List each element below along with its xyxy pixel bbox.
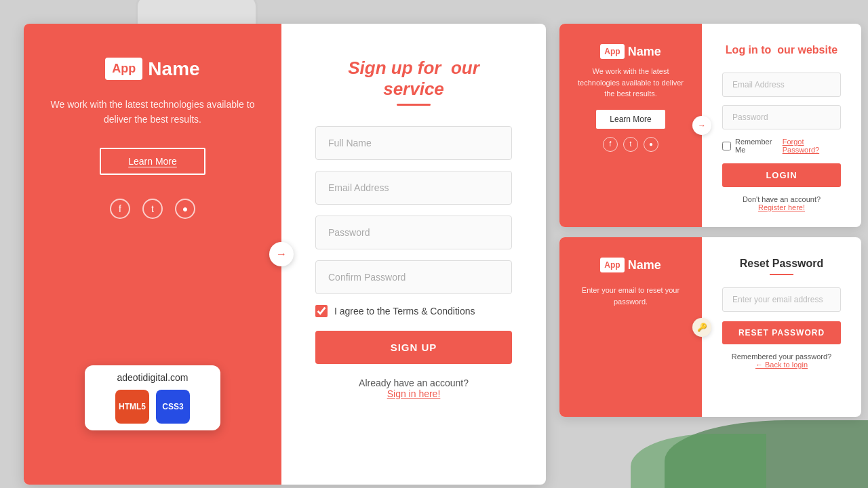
reset-email-field bbox=[722, 287, 841, 312]
website-badge: adeotidigital.com HTML5 CSS3 bbox=[85, 365, 220, 430]
app-logo-box: App bbox=[105, 58, 142, 80]
app-logo-name: Name bbox=[148, 58, 199, 80]
back-to-login-link[interactable]: ← Back to login bbox=[755, 361, 808, 369]
signup-form-area: Sign up for our service I agree to the T… bbox=[281, 24, 546, 485]
remember-label: Remember Me bbox=[735, 138, 783, 154]
twitter-icon[interactable]: t bbox=[142, 199, 163, 219]
reset-card-logo-name: Name bbox=[628, 258, 661, 272]
login-card: App Name We work with the latest technol… bbox=[559, 24, 861, 227]
fullname-field bbox=[315, 126, 512, 160]
register-link[interactable]: Register here! bbox=[758, 203, 805, 211]
reset-password-card: App Name Enter your email to reset your … bbox=[559, 237, 861, 417]
login-card-red-side: App Name We work with the latest technol… bbox=[559, 24, 702, 227]
terms-checkbox[interactable] bbox=[315, 305, 328, 317]
login-twitter-icon[interactable]: t bbox=[623, 137, 638, 152]
signup-panel: App Name We work with the latest technol… bbox=[24, 24, 546, 485]
login-button[interactable]: LOGIN bbox=[722, 163, 841, 187]
reset-title-line bbox=[770, 274, 793, 275]
title-underline bbox=[397, 104, 431, 106]
no-account-text: Don't have an account? Register here! bbox=[722, 195, 841, 211]
login-card-logo-box: App bbox=[600, 44, 624, 59]
login-card-logo-name: Name bbox=[628, 45, 661, 59]
password-input[interactable] bbox=[315, 216, 512, 249]
login-instagram-icon[interactable]: ● bbox=[644, 137, 658, 152]
reset-card-tagline: Enter your email to reset your password. bbox=[573, 285, 688, 307]
reset-form-title: Reset Password bbox=[722, 258, 841, 270]
signup-form-title: Sign up for our service bbox=[315, 58, 512, 100]
reset-password-button[interactable]: RESET PASSWORD bbox=[722, 321, 841, 344]
confirm-password-field bbox=[315, 260, 512, 294]
reset-card-logo-box: App bbox=[600, 258, 624, 272]
signin-prompt: Already have an account? Sign in here! bbox=[359, 378, 469, 399]
fullname-input[interactable] bbox=[315, 126, 512, 160]
tech-icons: HTML5 CSS3 bbox=[98, 390, 207, 424]
login-password-field bbox=[722, 105, 841, 129]
app-logo: App Name bbox=[105, 58, 199, 80]
website-url: adeotidigital.com bbox=[98, 372, 207, 383]
login-card-learn-more[interactable]: Learn More bbox=[596, 110, 665, 129]
learn-more-button[interactable]: Learn More bbox=[100, 148, 205, 175]
css3-icon: CSS3 bbox=[156, 390, 190, 424]
login-form-side: Log in to our website Remember Me Forgot… bbox=[702, 24, 861, 227]
social-icons: f t ● bbox=[110, 199, 195, 219]
main-container: App Name We work with the latest technol… bbox=[24, 24, 861, 471]
reset-card-logo: App Name bbox=[600, 258, 660, 272]
instagram-icon[interactable]: ● bbox=[175, 199, 195, 219]
reset-email-input[interactable] bbox=[722, 287, 841, 312]
login-email-input[interactable] bbox=[722, 73, 841, 97]
sidebar-arrow-button[interactable]: → bbox=[269, 242, 294, 266]
login-card-social: f t ● bbox=[603, 137, 658, 152]
login-facebook-icon[interactable]: f bbox=[603, 137, 618, 152]
login-card-logo: App Name bbox=[600, 44, 660, 59]
right-column: App Name We work with the latest technol… bbox=[559, 24, 861, 471]
reset-card-red-side: App Name Enter your email to reset your … bbox=[559, 237, 702, 417]
remember-row: Remember Me Forgot Password? bbox=[722, 138, 841, 154]
email-field bbox=[315, 171, 512, 205]
password-field bbox=[315, 216, 512, 249]
back-to-login-text: Remembered your password? ← Back to logi… bbox=[722, 352, 841, 369]
login-card-tagline: We work with the latest technologies ava… bbox=[573, 66, 688, 100]
login-form-title: Log in to our website bbox=[722, 44, 841, 56]
remember-checkbox[interactable] bbox=[722, 142, 731, 150]
login-password-input[interactable] bbox=[722, 105, 841, 129]
signin-link[interactable]: Sign in here! bbox=[387, 388, 441, 399]
login-card-arrow[interactable]: → bbox=[692, 116, 711, 135]
html5-icon: HTML5 bbox=[115, 390, 149, 424]
sidebar-tagline: We work with the latest technologies ava… bbox=[44, 97, 261, 127]
key-icon: 🔑 bbox=[692, 318, 711, 337]
signup-button[interactable]: SIGN UP bbox=[315, 331, 512, 364]
confirm-password-input[interactable] bbox=[315, 260, 512, 294]
email-input[interactable] bbox=[315, 171, 512, 205]
reset-form-side: Reset Password RESET PASSWORD Remembered… bbox=[702, 237, 861, 417]
remember-left: Remember Me bbox=[722, 138, 783, 154]
terms-checkbox-row: I agree to the Terms & Conditions bbox=[315, 305, 512, 317]
forgot-password-link[interactable]: Forgot Password? bbox=[783, 138, 841, 154]
login-email-field bbox=[722, 73, 841, 97]
red-sidebar: App Name We work with the latest technol… bbox=[24, 24, 281, 485]
terms-label: I agree to the Terms & Conditions bbox=[334, 306, 475, 317]
facebook-icon[interactable]: f bbox=[110, 199, 130, 219]
